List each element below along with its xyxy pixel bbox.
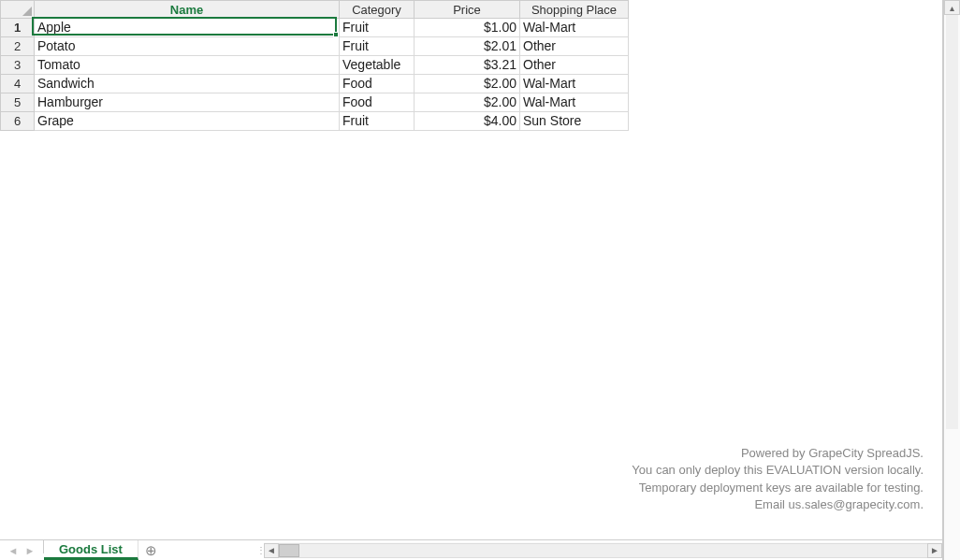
cell-name[interactable]: Apple (35, 19, 340, 37)
table-row: 6 Grape Fruit $4.00 Sun Store (1, 112, 629, 131)
horizontal-scrollbar[interactable]: ◄ ► (264, 542, 942, 558)
row-header[interactable]: 1 (1, 19, 35, 37)
tab-nav-prev-icon[interactable]: ◄ (6, 543, 21, 558)
scroll-up-icon[interactable]: ▴ (944, 0, 960, 15)
notice-line: Email us.sales@grapecity.com. (632, 496, 924, 513)
row-header[interactable]: 3 (1, 56, 35, 75)
table-row: 2 Potato Fruit $2.01 Other (1, 37, 629, 56)
cell-name[interactable]: Hamburger (35, 93, 340, 112)
cell-category[interactable]: Fruit (340, 19, 415, 37)
cell-name[interactable]: Sandwich (35, 75, 340, 93)
cell-price[interactable]: $2.00 (415, 93, 520, 112)
cell-category[interactable]: Food (340, 75, 415, 93)
spreadsheet-container: Name Category Price Shopping Place 1 App… (0, 0, 960, 560)
table-row: 5 Hamburger Food $2.00 Wal-Mart (1, 93, 629, 112)
cell-place[interactable]: Wal-Mart (520, 75, 629, 93)
notice-line: Temporary deployment keys are available … (632, 480, 924, 496)
cell-name[interactable]: Tomato (35, 56, 340, 75)
cell-price[interactable]: $1.00 (415, 19, 520, 37)
cell-price[interactable]: $2.01 (415, 37, 520, 56)
cell-category[interactable]: Food (340, 93, 415, 112)
table-row: 1 Apple Fruit $1.00 Wal-Mart (1, 19, 629, 37)
table-row: 3 Tomato Vegetable $3.21 Other (1, 56, 629, 75)
cell-category[interactable]: Fruit (340, 112, 415, 131)
notice-line: Powered by GrapeCity SpreadJS. (632, 445, 924, 462)
row-header[interactable]: 5 (1, 93, 35, 112)
cell-name[interactable]: Grape (35, 112, 340, 131)
v-scroll-track[interactable] (946, 15, 958, 429)
col-header-category[interactable]: Category (340, 1, 415, 19)
select-all-corner[interactable] (1, 1, 35, 19)
tab-spacer (165, 540, 258, 560)
h-scroll-track[interactable] (279, 543, 927, 558)
vertical-scrollbar[interactable]: ▴ (943, 0, 960, 560)
cell-category[interactable]: Fruit (340, 37, 415, 56)
cell-place[interactable]: Wal-Mart (520, 19, 629, 37)
row-header[interactable]: 4 (1, 75, 35, 93)
row-header[interactable]: 6 (1, 112, 35, 131)
notice-line: You can only deploy this EVALUATION vers… (632, 462, 924, 479)
cell-place[interactable]: Other (520, 56, 629, 75)
cell-price[interactable]: $4.00 (415, 112, 520, 131)
cell-price[interactable]: $2.00 (415, 75, 520, 93)
cell-place[interactable]: Sun Store (520, 112, 629, 131)
scroll-left-icon[interactable]: ◄ (264, 543, 279, 558)
evaluation-notice: Powered by GrapeCity SpreadJS. You can o… (632, 445, 924, 513)
table-row: 4 Sandwich Food $2.00 Wal-Mart (1, 75, 629, 93)
add-sheet-icon[interactable]: ⊕ (138, 540, 165, 560)
row-header[interactable]: 2 (1, 37, 35, 56)
tab-navigation: ◄ ► (0, 540, 43, 560)
spreadsheet-grid: Name Category Price Shopping Place 1 App… (0, 0, 629, 131)
col-header-shopping-place[interactable]: Shopping Place (520, 1, 629, 19)
cell-category[interactable]: Vegetable (340, 56, 415, 75)
cell-place[interactable]: Other (520, 37, 629, 56)
grid-area[interactable]: Name Category Price Shopping Place 1 App… (0, 0, 942, 539)
col-header-name[interactable]: Name (35, 1, 340, 19)
main-area: Name Category Price Shopping Place 1 App… (0, 0, 943, 560)
sheet-tab-active[interactable]: Goods List (44, 540, 138, 560)
col-header-price[interactable]: Price (415, 1, 520, 19)
tab-nav-next-icon[interactable]: ► (22, 543, 37, 558)
bottom-bar: ◄ ► Goods List ⊕ ⋮ ◄ ► (0, 539, 942, 560)
column-header-row: Name Category Price Shopping Place (1, 1, 629, 19)
scroll-right-icon[interactable]: ► (927, 543, 942, 558)
cell-name[interactable]: Potato (35, 37, 340, 56)
cell-place[interactable]: Wal-Mart (520, 93, 629, 112)
cell-price[interactable]: $3.21 (415, 56, 520, 75)
h-scroll-thumb[interactable] (279, 544, 299, 557)
